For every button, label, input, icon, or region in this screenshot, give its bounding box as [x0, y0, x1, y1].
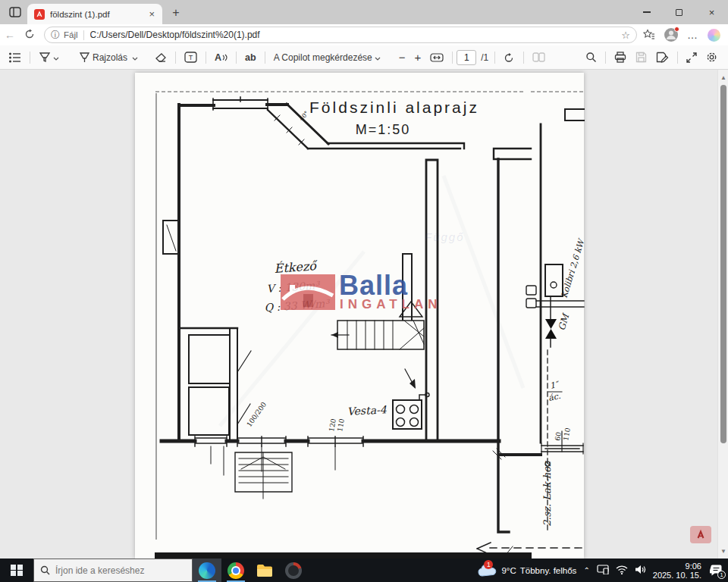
favorites-hub-button[interactable] [643, 29, 655, 41]
taskbar-edge-icon[interactable] [193, 559, 221, 582]
taskbar-search[interactable] [33, 559, 193, 582]
floor-plan-svg: Földszinli alaprajz M=1:50 Étkező V : 13… [0, 70, 728, 559]
pdf-content-area[interactable]: Földszinli alaprajz M=1:50 Étkező V : 13… [0, 70, 728, 559]
fit-width-button[interactable] [425, 48, 448, 67]
titlebar: földszint (1).pdf × + × [0, 0, 728, 24]
tab-actions-icon[interactable] [8, 5, 23, 19]
pdf-toolbar: Rajzolás T A ab A Copilot megkérdezése −… [0, 45, 728, 70]
copilot-icon[interactable] [708, 29, 720, 42]
central-staircase [331, 321, 424, 349]
browser-actions: … [643, 28, 726, 42]
toolbar-separator [30, 52, 30, 64]
search-document-button[interactable] [581, 48, 601, 67]
toolbar-separator [452, 52, 453, 64]
tab-title: földszint (1).pdf [50, 10, 146, 19]
weather-alert-badge: 1 [484, 560, 493, 569]
toolbar-separator [523, 52, 524, 64]
page-view-button[interactable] [528, 48, 550, 67]
notification-count-badge: 1 [717, 571, 726, 579]
zoom-in-button[interactable]: + [410, 48, 426, 67]
heatload-label: Q : 33 W/m³ [264, 297, 331, 314]
rotate-button[interactable] [499, 48, 519, 67]
draw-label: Rajzolás [93, 52, 127, 63]
toolbar-separator [236, 52, 237, 64]
page-number-input[interactable] [457, 50, 476, 65]
back-button[interactable]: ← [0, 29, 20, 41]
settings-button[interactable] [701, 48, 722, 67]
stove-symbol [393, 393, 429, 430]
taskbar: 1 9°C Többny. felhős ⌃ 9:06 2025. 10. 15… [0, 559, 728, 582]
info-icon[interactable]: ⓘ [51, 29, 60, 42]
more-menu-button[interactable]: … [687, 29, 698, 41]
toolbar-separator [494, 52, 495, 64]
file-scheme-label: Fájl [64, 30, 78, 39]
clock[interactable]: 9:06 2025. 10. 15. [653, 562, 701, 580]
mid-dim-h-label: 110 [336, 418, 346, 432]
weather-widget[interactable]: 1 9°C Többny. felhős [478, 563, 576, 578]
scroll-thumb[interactable] [720, 85, 726, 443]
read-aloud-button[interactable]: A [210, 48, 232, 67]
scroll-down-button[interactable]: ▼ [718, 546, 728, 557]
system-tray: 1 9°C Többny. felhős ⌃ 9:06 2025. 10. 15… [478, 559, 728, 582]
tab-close-button[interactable]: × [146, 8, 158, 20]
read-aloud-label: A [215, 52, 221, 63]
pdf-tab[interactable]: földszint (1).pdf × [27, 4, 162, 24]
taskbar-app-icon[interactable] [279, 559, 308, 582]
stove-label: Vesta-4 [347, 403, 388, 418]
toolbar-separator [175, 52, 176, 64]
new-tab-button[interactable]: + [168, 6, 184, 20]
tray-chevron-icon[interactable]: ⌃ [583, 566, 589, 574]
minimize-button[interactable] [630, 0, 663, 24]
refresh-button[interactable] [20, 29, 39, 42]
pipe-size-label: 1″ [549, 380, 560, 391]
gas-meter-label: GM [556, 311, 571, 332]
cast-device-icon[interactable] [597, 565, 609, 576]
neighbor-note-label: 2.sz. Lak-hoz [541, 461, 553, 527]
url-bar[interactable]: ⓘ Fájl C:/Users/Dell/Desktop/földszint%2… [44, 27, 637, 43]
fullscreen-button[interactable] [682, 48, 701, 67]
toc-button[interactable] [5, 48, 26, 67]
toolbar-separator [605, 52, 606, 64]
ask-copilot-label: A Copilot megkérdezése [274, 52, 372, 63]
plan-scale: M=1:50 [356, 122, 411, 137]
url-text[interactable]: C:/Users/Dell/Desktop/földszint%20(1).pd… [90, 30, 622, 40]
close-button[interactable]: × [695, 0, 728, 24]
adobe-pdf-fab-button[interactable] [690, 526, 711, 543]
ask-copilot-button[interactable]: A Copilot megkérdezése [269, 48, 385, 67]
scroll-up-button[interactable]: ▲ [718, 73, 728, 83]
scan-bleedthrough-text: Függő [425, 230, 465, 243]
search-input[interactable] [55, 565, 184, 576]
maximize-button[interactable] [663, 0, 695, 24]
taskbar-chrome-icon[interactable] [221, 559, 250, 582]
profile-avatar[interactable] [664, 28, 678, 42]
print-button[interactable] [610, 48, 631, 67]
toolbar-separator [206, 52, 206, 64]
room-label: Étkező [274, 258, 318, 276]
notification-center-button[interactable]: 1 [708, 564, 723, 577]
highlight-button[interactable] [34, 48, 64, 67]
taskbar-explorer-icon[interactable] [250, 559, 279, 582]
plan-labels: Földszinli alaprajz M=1:50 Étkező V : 13… [245, 99, 587, 527]
draw-button[interactable]: Rajzolás [74, 48, 143, 67]
volume-label: V : 130m³ [266, 279, 322, 295]
chevron-down-icon [375, 52, 381, 63]
save-button[interactable] [631, 48, 651, 67]
volume-icon[interactable] [635, 565, 646, 576]
floor-plan-walls [155, 97, 584, 559]
url-divider [83, 30, 84, 40]
svg-text:T: T [189, 54, 193, 61]
translate-button[interactable]: ab [240, 48, 261, 67]
windows-logo-icon [11, 565, 23, 577]
save-as-button[interactable] [651, 48, 673, 67]
bookmark-star-button[interactable]: ☆ [621, 30, 630, 41]
pdf-favicon-icon [34, 9, 45, 20]
start-button[interactable] [0, 559, 33, 582]
vertical-scrollbar[interactable]: ▲ ▼ [717, 70, 728, 559]
toolbar-separator [677, 52, 678, 64]
weather-temp: 9°C [501, 566, 516, 575]
wifi-icon[interactable] [616, 565, 628, 576]
add-text-button[interactable]: T [180, 48, 202, 67]
cloud-icon: 1 [478, 563, 497, 578]
zoom-out-button[interactable]: − [394, 48, 410, 67]
erase-button[interactable] [150, 48, 171, 67]
